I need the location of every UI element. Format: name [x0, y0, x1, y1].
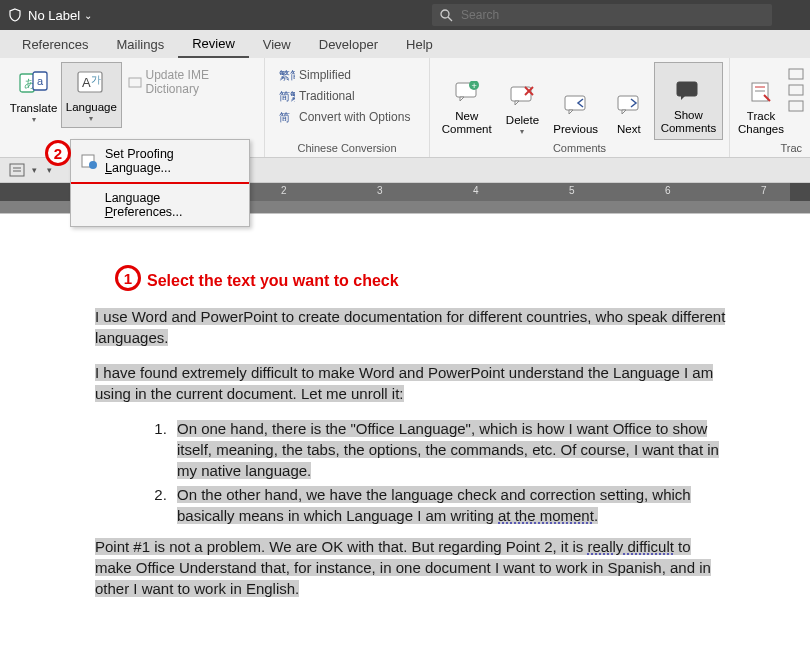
- svg-point-29: [89, 161, 97, 169]
- delete-icon: [506, 80, 538, 112]
- tab-developer[interactable]: Developer: [305, 31, 392, 57]
- svg-rect-27: [789, 101, 803, 111]
- search-icon: [440, 9, 453, 22]
- chevron-down-icon[interactable]: ⌄: [84, 10, 92, 21]
- chevron-down-icon: ▾: [520, 127, 524, 136]
- tab-view[interactable]: View: [249, 31, 305, 57]
- proofing-icon: [81, 153, 97, 169]
- chevron-down-icon: ▾: [32, 115, 36, 124]
- blank-icon: [81, 197, 97, 213]
- svg-text:繁简: 繁简: [279, 69, 295, 81]
- language-preferences-item[interactable]: Language Preferences...: [71, 184, 249, 226]
- group-label-tracking: Trac: [736, 140, 804, 157]
- svg-rect-30: [10, 164, 24, 176]
- group-comments: + New Comment Delete ▾ Previous: [430, 58, 730, 157]
- page[interactable]: 1 Select the text you want to check I us…: [0, 213, 810, 655]
- simplified-icon: 繁简: [279, 68, 295, 82]
- selected-text: Point #1 is not a problem. We are OK wit…: [95, 538, 587, 555]
- translate-button[interactable]: あa Translate ▾: [6, 62, 61, 128]
- svg-line-1: [448, 17, 452, 21]
- next-button[interactable]: Next: [604, 62, 654, 140]
- list-item: On the other hand, we have the language …: [171, 484, 730, 526]
- chevron-down-icon[interactable]: ▾: [32, 165, 37, 175]
- titlebar: No Label ⌄: [0, 0, 810, 30]
- update-ime-button[interactable]: Update IME Dictionary: [124, 66, 256, 98]
- language-button[interactable]: A가 Language ▾: [61, 62, 121, 128]
- search-box[interactable]: [432, 4, 772, 26]
- show-comments-icon: [672, 75, 704, 107]
- svg-rect-21: [677, 82, 697, 96]
- tab-mailings[interactable]: Mailings: [102, 31, 178, 57]
- document-body[interactable]: I use Word and PowerPoint to create docu…: [95, 306, 730, 599]
- tracking-option-icon[interactable]: [788, 100, 804, 112]
- svg-rect-26: [789, 85, 803, 95]
- group-tracking: Track Changes Trac: [730, 58, 810, 157]
- ribbon-tabs: References Mailings Review View Develope…: [0, 30, 810, 58]
- ime-icon: [128, 75, 142, 89]
- shield-icon: [8, 8, 22, 22]
- convert-icon: 简: [279, 110, 295, 124]
- tab-references[interactable]: References: [8, 31, 102, 57]
- set-proofing-language-item[interactable]: Set Proofing Language...: [71, 140, 249, 184]
- selected-text: I use Word and PowerPoint to create docu…: [95, 308, 725, 346]
- previous-button[interactable]: Previous: [547, 62, 603, 140]
- annotation-circle-2: 2: [45, 140, 71, 166]
- tracking-option-icon[interactable]: [788, 68, 804, 80]
- svg-rect-25: [789, 69, 803, 79]
- editor-icon[interactable]: [8, 162, 26, 178]
- svg-text:+: +: [471, 81, 476, 91]
- search-input[interactable]: [461, 8, 764, 22]
- group-label-chinese: Chinese Conversion: [271, 140, 423, 157]
- svg-text:简: 简: [279, 111, 290, 123]
- simplified-button[interactable]: 繁简 Simplified: [275, 66, 419, 84]
- svg-point-0: [441, 10, 449, 18]
- new-comment-icon: +: [451, 76, 483, 108]
- new-comment-button[interactable]: + New Comment: [436, 62, 497, 140]
- selected-text: I have found extremely difficult to make…: [95, 364, 713, 402]
- tab-review[interactable]: Review: [178, 30, 249, 58]
- svg-rect-19: [565, 96, 585, 110]
- annotation-circle-1: 1: [115, 265, 141, 291]
- translate-icon: あa: [18, 68, 50, 100]
- track-changes-button[interactable]: Track Changes: [736, 62, 786, 140]
- doc-label[interactable]: No Label: [28, 8, 80, 23]
- convert-options-button[interactable]: 简 Convert with Options: [275, 108, 419, 126]
- svg-text:A: A: [82, 75, 91, 90]
- show-comments-button[interactable]: Show Comments: [654, 62, 723, 140]
- traditional-icon: 简繁: [279, 89, 295, 103]
- svg-text:简繁: 简繁: [279, 90, 295, 102]
- svg-text:가: 가: [91, 74, 101, 85]
- svg-text:a: a: [37, 75, 44, 87]
- svg-rect-9: [129, 78, 141, 87]
- svg-rect-22: [752, 83, 768, 101]
- language-icon: A가: [75, 67, 107, 99]
- traditional-button[interactable]: 简繁 Traditional: [275, 87, 419, 105]
- next-icon: [613, 89, 645, 121]
- track-changes-icon: [745, 76, 777, 108]
- language-dropdown: Set Proofing Language... Language Prefer…: [70, 139, 250, 227]
- annotation-text: Select the text you want to check: [147, 272, 399, 290]
- tracking-option-icon[interactable]: [788, 84, 804, 96]
- previous-icon: [560, 89, 592, 121]
- group-label-comments: Comments: [436, 140, 723, 157]
- document-area: 1 Select the text you want to check I us…: [0, 201, 810, 655]
- chevron-down-icon: ▾: [89, 114, 93, 123]
- group-chinese: 繁简 Simplified 简繁 Traditional 简 Convert w…: [265, 58, 430, 157]
- customize-qat-icon[interactable]: ▾: [47, 165, 52, 175]
- tab-help[interactable]: Help: [392, 31, 447, 57]
- delete-comment-button[interactable]: Delete ▾: [497, 62, 547, 140]
- list-item: On one hand, there is the "Office Langua…: [171, 418, 730, 481]
